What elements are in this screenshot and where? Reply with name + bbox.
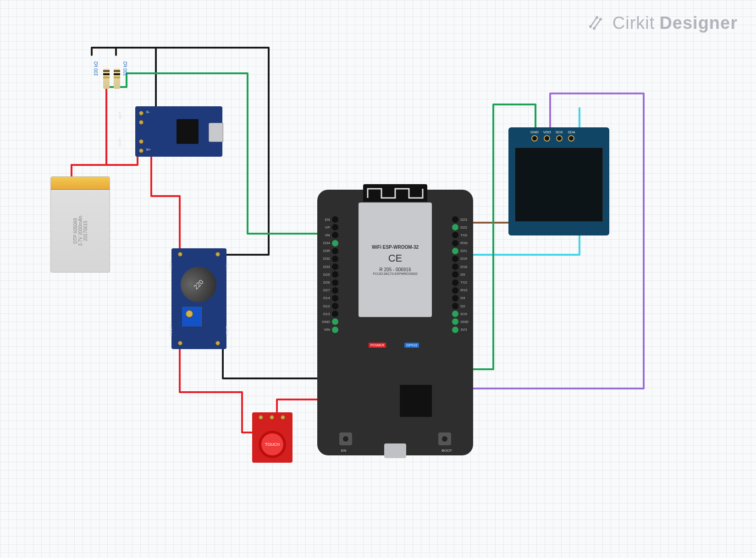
pin-dot — [332, 256, 338, 262]
oled-pin-gnd: GND — [530, 130, 539, 142]
pin-dot — [452, 224, 458, 230]
pin-label: D12 — [323, 304, 330, 308]
pin-d4: D4 — [452, 295, 465, 301]
resistor-body — [114, 69, 120, 89]
boot-button[interactable] — [438, 432, 451, 445]
esp32-shield: WiFi ESP-WROOM-32 CE R 205 - 006916 FCCI… — [359, 202, 432, 317]
esp32-antenna — [363, 184, 427, 202]
boost-vout-minus-label: VOUT - — [225, 324, 229, 336]
pin-label: RX2 — [460, 288, 468, 292]
pin-dot — [332, 303, 338, 309]
pin-label: D27 — [323, 288, 330, 292]
component-oled-display[interactable]: GNDVDDSCKSDA — [508, 127, 609, 235]
component-resistor-1[interactable] — [103, 56, 110, 102]
lipo-label-line1: DTP 605068 — [72, 218, 77, 244]
pad-vin-plus — [178, 252, 182, 257]
pad-vout-plus — [178, 341, 182, 345]
en-label: EN — [341, 449, 346, 453]
pin-dot — [452, 287, 458, 294]
esp32-usb-chip — [400, 385, 432, 417]
pad-b-plus — [139, 148, 143, 153]
lipo-terminal-strip — [51, 177, 110, 190]
touch-pad-3 — [281, 415, 285, 420]
pin-dot — [332, 311, 338, 317]
pin-label: GND — [460, 320, 469, 324]
touch-pad: TOUCH — [259, 431, 286, 458]
pin-label: D5 — [460, 273, 465, 277]
pin-dot — [332, 279, 338, 286]
en-button[interactable] — [339, 432, 352, 445]
pin-label: D32 — [323, 257, 330, 261]
pin-dot — [452, 318, 458, 325]
oled-screen — [515, 148, 603, 222]
watermark-product: Designer — [659, 13, 738, 33]
pin-dot — [452, 216, 458, 223]
pad-out-minus — [139, 120, 143, 125]
shield-fccid: FCCID:2AC72-ESPWROOM32 — [373, 272, 417, 275]
oled-pin-label: VDD — [543, 130, 551, 134]
pin-d23: D23 — [452, 216, 467, 223]
pin-d22: D22 — [452, 224, 467, 230]
component-touch-sensor[interactable]: TOUCH — [252, 412, 292, 463]
pin-label: TX0 — [460, 233, 467, 237]
touch-label: TOUCH — [265, 442, 280, 447]
esp32-left-pin-header: ENVPVND34D35D32D33D25D26D27D14D12D13GNDV… — [322, 216, 338, 333]
component-tp4056-charger[interactable]: B- B+ OUT - OUT+ — [135, 106, 222, 157]
gpio2-badge: GPIO2 — [404, 343, 419, 348]
pin-label: VP — [325, 225, 330, 230]
oled-pin-label: GND — [530, 130, 539, 134]
svg-point-2 — [593, 27, 596, 30]
pin-gnd: GND — [452, 318, 469, 325]
pin-label: D13 — [323, 312, 330, 316]
oled-pin-hole — [556, 135, 563, 142]
tp4056-ic — [177, 119, 199, 144]
pin-tx0: TX0 — [452, 232, 467, 238]
pin-label: RX0 — [460, 241, 468, 245]
pin-label: TX2 — [460, 280, 467, 284]
pin-d14: D14 — [323, 295, 338, 301]
pin-dot — [332, 271, 338, 278]
pin-d18: D18 — [452, 263, 467, 270]
lipo-label-line3: 20170615 — [83, 221, 88, 241]
pin-label: D26 — [323, 280, 330, 284]
oled-pin-hole — [568, 135, 574, 142]
pin-label: D23 — [460, 218, 467, 222]
pin-dot — [452, 263, 458, 270]
tp4056-out-plus-label: OUT+ — [118, 137, 122, 147]
pin-dot — [452, 279, 458, 286]
pin-dot — [452, 256, 458, 262]
pin-d19: D19 — [452, 256, 467, 262]
cirkit-logo-icon — [588, 13, 608, 33]
component-boost-converter[interactable]: 220 VIN+ VIN - VOUT+ VOUT - — [171, 248, 226, 349]
pin-d25: D25 — [323, 271, 338, 278]
component-resistor-2[interactable] — [114, 56, 120, 102]
pin-dot — [332, 263, 338, 270]
oled-pin-hole — [544, 135, 550, 142]
touch-pad-2 — [270, 415, 274, 420]
pin-label: D35 — [323, 249, 330, 253]
pin-dot — [332, 232, 338, 238]
pin-en: EN — [325, 216, 338, 223]
pin-dot — [332, 295, 338, 301]
pin-dot — [452, 240, 458, 246]
component-esp32-devkit[interactable]: WiFi ESP-WROOM-32 CE R 205 - 006916 FCCI… — [317, 190, 473, 455]
pin-label: D22 — [460, 225, 467, 230]
pin-d34: D34 — [323, 240, 338, 246]
pin-dot — [332, 216, 338, 223]
component-lipo-battery[interactable]: DTP 605068 3.7V 2000mAh 20170615 — [50, 176, 110, 273]
pin-dot — [332, 287, 338, 294]
pin-dot — [332, 318, 338, 325]
oled-pin-sda: SDA — [568, 130, 575, 142]
usb-micro-port — [209, 123, 223, 142]
pin-dot — [452, 311, 458, 317]
pin-d33: D33 — [323, 263, 338, 270]
pin-tx2: TX2 — [452, 279, 467, 286]
pin-dot — [332, 248, 338, 254]
pin-dot — [332, 240, 338, 246]
oled-pin-label: SCK — [556, 130, 563, 134]
pin-d26: D26 — [323, 279, 338, 286]
svg-point-3 — [599, 18, 602, 21]
svg-point-0 — [589, 25, 592, 28]
shield-line1: WiFi ESP-WROOM-32 — [372, 245, 419, 250]
pin-dot — [452, 248, 458, 254]
